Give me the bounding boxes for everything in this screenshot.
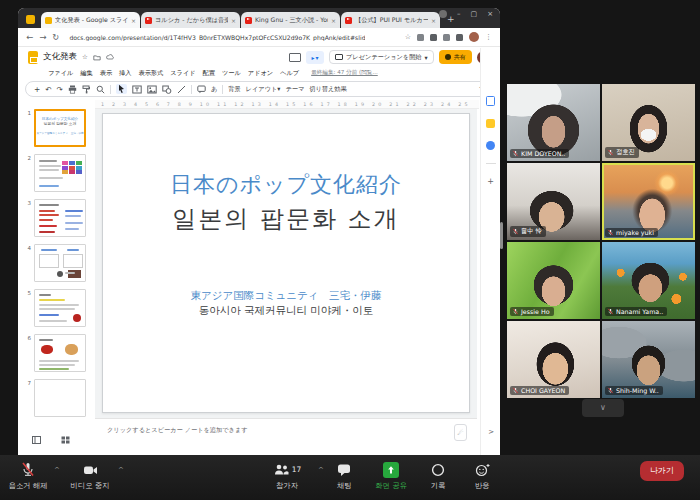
menu-edit[interactable]: 編集 <box>80 69 92 78</box>
video-tile[interactable]: 畠中 怜 <box>507 163 600 240</box>
slide-byline-korean[interactable]: 동아시아 국제커뮤니티 미야케・이토 <box>103 304 469 318</box>
tab-youtube-2[interactable]: King Gnu - 三文小説 - YouTube × <box>241 12 340 28</box>
present-display-button[interactable]: ▸▾ <box>306 51 324 64</box>
present-caret-icon[interactable]: ▾ <box>425 54 428 61</box>
extension-icon[interactable] <box>443 34 450 41</box>
insert-comment-icon[interactable] <box>197 85 206 94</box>
tab-slides[interactable]: 文化発表 - Google スライド × <box>41 12 140 28</box>
menu-arrange[interactable]: 配置 <box>203 69 215 78</box>
reload-icon[interactable]: ↻ <box>52 32 59 42</box>
tab-youtube-1[interactable]: ヨルシカ - だから僕は音楽を辞めた... × <box>141 12 240 28</box>
slide-thumbnail-7[interactable]: 7 <box>22 379 95 417</box>
extension-icon[interactable] <box>430 34 437 41</box>
video-tile[interactable]: 정호진 <box>602 84 695 161</box>
video-tile[interactable]: CHOI GAYEON <box>507 321 600 398</box>
tab-close-icon[interactable]: × <box>231 17 236 24</box>
slides-logo-icon[interactable] <box>28 51 38 64</box>
menu-insert[interactable]: 挿入 <box>119 69 131 78</box>
video-tile[interactable]: Jessie Ho <box>507 242 600 319</box>
menu-view[interactable]: 表示 <box>100 69 112 78</box>
tab-close-icon[interactable]: × <box>431 17 436 24</box>
star-doc-icon[interactable]: ☆ <box>82 53 88 61</box>
participants-button[interactable]: 17 참가자 <box>258 460 316 491</box>
video-tile[interactable]: Nanami Yama.. <box>602 242 695 319</box>
comment-history-icon[interactable] <box>289 53 301 62</box>
print-icon[interactable] <box>68 85 77 94</box>
text-box-icon[interactable] <box>132 85 142 94</box>
share-screen-button[interactable]: 화면 공유 <box>366 460 416 491</box>
redo-icon[interactable]: ↷ <box>57 85 63 94</box>
last-edit-link[interactable]: 最終編集: 47 分前 (閲覧... <box>311 69 378 77</box>
chat-button[interactable]: 채팅 <box>322 460 366 491</box>
browser-profile-icon[interactable] <box>439 10 447 18</box>
keep-icon[interactable] <box>486 119 495 128</box>
new-slide-button[interactable]: + <box>34 85 40 94</box>
move-folder-icon[interactable] <box>93 54 101 61</box>
paint-format-icon[interactable] <box>82 85 91 94</box>
select-tool-icon[interactable] <box>116 84 127 94</box>
pinned-slides-tab-icon[interactable] <box>26 15 35 24</box>
video-tile-active-speaker[interactable]: miyake yuki <box>602 163 695 240</box>
chrome-avatar[interactable] <box>469 32 479 42</box>
close-button[interactable]: × <box>487 10 493 18</box>
extension-icon[interactable] <box>456 34 463 41</box>
text-format-tool[interactable]: あ <box>211 85 217 94</box>
minimize-button[interactable]: – <box>457 10 461 18</box>
grid-view-icon[interactable] <box>61 436 70 444</box>
thumbnail-selected[interactable]: 日本のポップ文化紹介 일본의 팝문화 소개 東アジア国際コミュニティ 三宅・伊藤 <box>34 109 86 147</box>
tasks-icon[interactable] <box>486 141 495 150</box>
tab-close-icon[interactable]: × <box>331 17 336 24</box>
maximize-button[interactable]: ▢ <box>471 10 478 18</box>
bookmark-star-icon[interactable]: ☆ <box>405 33 411 41</box>
add-addon-icon[interactable]: + <box>487 177 494 186</box>
tab-youtube-3[interactable]: 【公式】PUI PUI モルカー 第1話... × <box>341 12 440 28</box>
back-icon[interactable]: ← <box>26 32 33 42</box>
url-field[interactable]: docs.google.com/presentation/d/1T4fHV3_B… <box>65 34 365 41</box>
cloud-status-icon[interactable] <box>106 54 115 61</box>
insert-image-icon[interactable] <box>147 85 157 94</box>
slide-thumbnail-6[interactable]: 6 <box>22 334 95 372</box>
background-button[interactable]: 背景 <box>228 85 240 94</box>
tab-close-icon[interactable]: × <box>131 17 136 24</box>
transition-button[interactable]: 切り替え効果 <box>309 85 346 94</box>
menu-slide[interactable]: スライド <box>170 69 195 78</box>
slide-thumbnail-4[interactable]: 4 <box>22 244 95 282</box>
video-options-chevron[interactable]: ^ <box>118 466 124 474</box>
slide-thumbnail-1[interactable]: 1 日本のポップ文化紹介 일본의 팝문화 소개 東アジア国際コミュニティ 三宅・… <box>22 109 95 147</box>
insert-line-icon[interactable] <box>177 85 186 94</box>
menu-format[interactable]: 表示形式 <box>138 69 163 78</box>
slide-thumbnail-3[interactable]: 3 <box>22 199 95 237</box>
slide-thumbnail-5[interactable]: 5 <box>22 289 95 327</box>
menu-tools[interactable]: ツール <box>222 69 241 78</box>
stop-video-button[interactable]: 비디오 중지 <box>62 460 118 491</box>
record-button[interactable]: 기록 <box>416 460 460 491</box>
video-tile[interactable]: Shih-Ming W.. <box>602 321 695 398</box>
slide-title-korean[interactable]: 일본의 팝문화 소개 <box>103 203 469 235</box>
panel-expand-icon[interactable]: > <box>488 428 494 436</box>
share-button[interactable]: 共有 <box>439 50 472 64</box>
document-title[interactable]: 文化発表 <box>43 51 77 63</box>
leave-meeting-button[interactable]: 나가기 <box>640 461 684 481</box>
forward-icon[interactable]: → <box>39 32 46 42</box>
scrollbar-thumb[interactable] <box>500 222 503 249</box>
insert-shape-icon[interactable] <box>162 85 172 94</box>
layout-button[interactable]: レイアウト▾ <box>246 85 281 94</box>
zoom-tool-icon[interactable] <box>96 85 105 94</box>
theme-button[interactable]: テーマ <box>285 85 304 94</box>
reactions-button[interactable]: 반응 <box>460 460 504 491</box>
speaker-notes-placeholder[interactable]: クリックするとスピーカー ノートを追加できます <box>95 419 477 435</box>
unmute-button[interactable]: 음소거 해제 <box>2 460 54 491</box>
menu-file[interactable]: ファイル <box>48 69 73 78</box>
laser-pointer-button[interactable]: ☄ <box>454 424 467 441</box>
menu-addons[interactable]: アドオン <box>248 69 273 78</box>
slide-byline-japanese[interactable]: 東アジア国際コミュニティ 三宅・伊藤 <box>103 289 469 303</box>
more-participants-button[interactable]: ∨ <box>582 399 624 417</box>
start-presentation-button[interactable]: プレゼンテーションを開始 ▾ <box>329 50 434 64</box>
slide-canvas[interactable]: 日本のポップ文化紹介 일본의 팝문화 소개 東アジア国際コミュニティ 三宅・伊藤… <box>102 113 470 413</box>
slide-thumbnail-2[interactable]: 2 <box>22 154 95 192</box>
video-tile[interactable]: KIM DOYEON.. <box>507 84 600 161</box>
menu-help[interactable]: ヘルプ <box>280 69 299 78</box>
chrome-menu-icon[interactable]: ⋮ <box>485 33 492 41</box>
slide-title-japanese[interactable]: 日本のポップ文化紹介 <box>103 170 469 200</box>
extension-icon[interactable] <box>417 34 424 41</box>
